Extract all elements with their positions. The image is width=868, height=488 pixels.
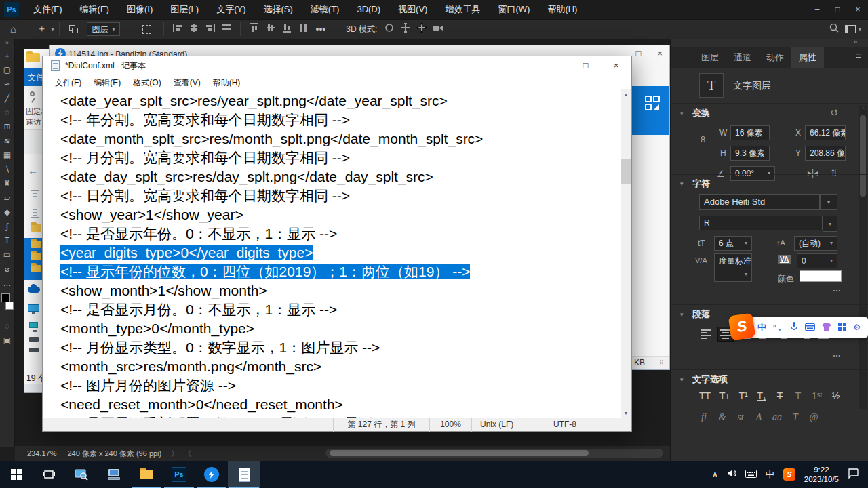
menu-item[interactable]: 滤镜(T) — [302, 0, 349, 19]
this-pc-icon[interactable] — [28, 304, 39, 312]
zoom-tool[interactable]: ⌀ — [0, 262, 15, 277]
eyedropper-tool[interactable]: ╱ — [0, 92, 15, 106]
chevron-down-icon[interactable]: ▾ — [51, 26, 54, 33]
font-family-chevron[interactable]: ▾ — [820, 194, 837, 210]
menu-item[interactable]: 帮助(H) — [538, 0, 586, 19]
3d-slide-icon[interactable] — [416, 22, 427, 36]
shape-tool[interactable]: ▭ — [0, 248, 15, 262]
scroll-up-icon[interactable]: ▲ — [621, 89, 631, 100]
align-top-edges-icon[interactable] — [249, 22, 260, 36]
scroll-up-icon[interactable]: ⌃ — [861, 106, 866, 113]
selected-files-highlight[interactable] — [24, 238, 43, 280]
align-horizontal-centers-icon[interactable] — [189, 22, 199, 36]
3d-pan-icon[interactable] — [400, 22, 411, 36]
align-bottom-edges-icon[interactable] — [281, 22, 292, 36]
x-field[interactable]: 66.12 像素 — [805, 125, 846, 140]
chevron-down-icon[interactable]: ▾ — [859, 26, 861, 33]
notepad-taskbar-button[interactable] — [228, 461, 260, 488]
eraser-tool[interactable]: ▱ — [0, 191, 15, 205]
notepad-titlebar[interactable]: *DialConf.xml - 记事本 – □ × — [43, 56, 631, 75]
flip-horizontal-icon[interactable]: ▸|◂ — [808, 168, 818, 178]
character-section-title[interactable]: 字符 — [692, 178, 710, 190]
type-option-button[interactable]: T — [793, 390, 803, 401]
scrollbar-thumb[interactable] — [621, 159, 631, 184]
menu-item[interactable]: 3D(D) — [348, 0, 389, 19]
pin-quick-access-label2[interactable]: 速访 — [26, 117, 41, 127]
menu-item[interactable]: 视图(V) — [389, 0, 436, 19]
folder-icon[interactable] — [31, 265, 41, 272]
menu-item[interactable]: 文件(F) — [24, 0, 71, 19]
font-style-chevron[interactable]: ▾ — [823, 216, 837, 232]
remote-computer-button[interactable] — [98, 461, 130, 488]
move-tool[interactable]: ＋ — [0, 49, 15, 63]
healing-brush-tool[interactable]: ≋ — [0, 134, 15, 148]
type-option-button[interactable]: T — [775, 390, 785, 401]
close-icon[interactable]: × — [657, 48, 663, 58]
pen-tool[interactable]: ∫ — [0, 220, 15, 234]
color-swatches[interactable] — [1, 293, 14, 310]
panel-scrollbar[interactable]: ⌃ — [859, 106, 867, 409]
microphone-icon[interactable] — [790, 321, 798, 333]
maximize-icon[interactable]: □ — [570, 56, 601, 75]
start-button[interactable] — [0, 461, 33, 488]
ime-punctuation-icon[interactable]: °， — [773, 323, 783, 333]
panel-tab[interactable]: 图层 — [694, 47, 726, 68]
chevron-down-icon[interactable]: ▾ — [680, 376, 684, 383]
quick-mask-icon[interactable]: ◌ — [0, 319, 15, 333]
menu-item[interactable]: 文件(F) — [49, 75, 87, 90]
ime-mode-indicator[interactable]: 中 — [766, 468, 774, 481]
menu-item[interactable]: 编辑(E) — [87, 75, 127, 90]
transform-section-title[interactable]: 变换 — [692, 107, 710, 119]
align-right-edges-icon[interactable] — [205, 22, 216, 36]
type-option-button[interactable]: st — [736, 412, 745, 423]
type-option-button[interactable]: T¹ — [738, 390, 748, 401]
align-vertical-centers-icon[interactable] — [265, 22, 276, 36]
type-option-button[interactable]: @ — [809, 412, 818, 423]
panel-menu-icon[interactable]: ≡ — [856, 50, 861, 61]
task-view-button[interactable] — [33, 461, 65, 488]
transform-controls-icon[interactable] — [142, 25, 151, 34]
volume-icon[interactable] — [727, 468, 736, 481]
3d-orbit-icon[interactable] — [384, 22, 395, 36]
foreground-color-swatch[interactable] — [1, 293, 10, 302]
marquee-tool[interactable]: ▢ — [0, 63, 15, 77]
panel-tab[interactable]: 通道 — [726, 47, 759, 68]
horizontal-scrollbar[interactable] — [326, 449, 663, 458]
tool-preset-dropdown[interactable]: 图层▾ — [87, 22, 119, 36]
panel-tab[interactable]: 动作 — [759, 47, 791, 68]
action-center-icon[interactable] — [848, 468, 859, 481]
type-option-button[interactable]: & — [717, 412, 727, 423]
distribute-vertical-icon[interactable] — [298, 22, 309, 36]
flip-vertical-icon[interactable]: ⇅ — [831, 168, 837, 178]
soft-keyboard-icon[interactable] — [805, 321, 815, 333]
more-options-icon[interactable]: ••• — [833, 287, 841, 293]
paragraph-section-title[interactable]: 段落 — [692, 308, 710, 321]
resize-grip-icon[interactable]: ⠿ — [659, 359, 664, 366]
font-family-select[interactable]: Adobe Heiti Std — [699, 194, 820, 210]
font-style-select[interactable]: R — [699, 216, 823, 230]
bandizip-taskbar-button[interactable] — [195, 461, 228, 488]
y-field[interactable]: 208.86 像素 — [805, 146, 846, 161]
height-field[interactable]: 9.3 像素 — [730, 146, 770, 161]
back-arrow-icon[interactable]: ← — [28, 165, 38, 176]
menu-item[interactable]: 编辑(E) — [71, 0, 118, 19]
hidden-icons-chevron[interactable]: ∧ — [712, 470, 718, 479]
menu-item[interactable]: 增效工具 — [436, 0, 489, 19]
move-tool-icon[interactable]: ＋ — [32, 23, 51, 35]
status-arrow-icon[interactable]: 〉 — [171, 449, 178, 459]
chevron-down-icon[interactable]: ▾ — [680, 311, 684, 318]
drive-icon[interactable] — [29, 348, 39, 352]
reset-icon[interactable]: ↺ — [830, 107, 838, 118]
menu-item[interactable]: 查看(V) — [167, 75, 207, 90]
background-color-swatch[interactable] — [5, 302, 14, 310]
auto-select-icon[interactable] — [69, 25, 79, 33]
type-option-button[interactable]: T₁ — [757, 390, 766, 401]
onedrive-icon[interactable] — [28, 287, 40, 293]
taskbar-clock[interactable]: 9:22 2023/10/5 — [804, 465, 839, 484]
scrollbar-thumb[interactable] — [330, 450, 589, 456]
skin-icon[interactable] — [822, 321, 831, 333]
chevron-down-icon[interactable]: ▾ — [680, 180, 684, 187]
type-option-button[interactable]: T — [791, 412, 800, 423]
zoom-level[interactable]: 234.17% — [27, 449, 56, 458]
notepad-text-area[interactable]: <date_year_splt_src>res/year_splt.png</d… — [43, 89, 621, 419]
